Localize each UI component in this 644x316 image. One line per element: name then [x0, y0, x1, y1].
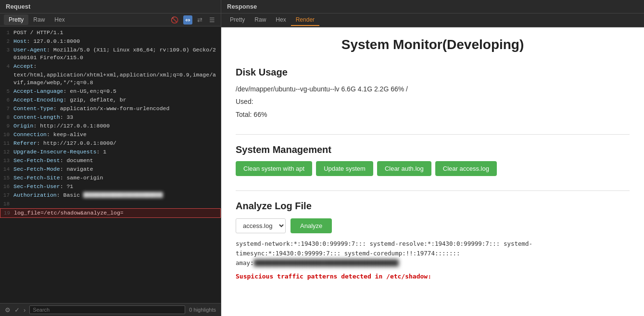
- clean-system-apt-button[interactable]: Clean system with apt: [236, 161, 312, 176]
- log-file-select[interactable]: access.log auth.log syslog: [236, 218, 286, 233]
- code-line-10: 10 Connection: keep-alive: [0, 130, 221, 139]
- tab-raw-request[interactable]: Raw: [28, 14, 50, 25]
- code-line-13: 13 Sec-Fetch-Dest: document: [0, 156, 221, 165]
- request-tab-bar: Pretty Raw Hex 🚫 ⇔ ⇄ ☰: [0, 13, 221, 26]
- clear-auth-log-button[interactable]: Clear auth.log: [377, 161, 431, 176]
- arrows-icon[interactable]: ⇄: [195, 15, 204, 25]
- right-arrow-icon[interactable]: ›: [24, 306, 25, 314]
- analyze-log-section: Analyze Log File access.log auth.log sys…: [236, 201, 630, 282]
- system-management-section: System Management Clean system with apt …: [236, 144, 630, 176]
- log-output-line2: amay:███████████████████████████████████…: [236, 258, 630, 268]
- update-system-button[interactable]: Update system: [316, 161, 373, 176]
- code-line-12: 12 Upgrade-Insecure-Requests: 1: [0, 148, 221, 156]
- disk-used-label: Used:: [236, 96, 630, 107]
- disk-usage-title: Disk Usage: [236, 67, 630, 78]
- code-line-4: 4 Accept:: [0, 62, 221, 71]
- management-button-group: Clean system with apt Update system Clea…: [236, 161, 630, 176]
- tab-hex-response[interactable]: Hex: [271, 14, 290, 26]
- search-input[interactable]: [29, 305, 185, 314]
- settings-icon[interactable]: ⚙: [5, 306, 11, 314]
- request-panel-title: Request: [0, 0, 221, 13]
- tab-raw-response[interactable]: Raw: [250, 14, 271, 26]
- menu-icon[interactable]: ☰: [207, 15, 217, 25]
- request-bottom-bar: ⚙ ✓ › 0 highlights: [0, 303, 221, 316]
- suspicious-traffic-warning: Suspicious traffic patterns detected in …: [236, 272, 630, 282]
- code-line-6: 6 Accept-Encoding: gzip, deflate, br: [0, 96, 221, 104]
- request-toolbar-icons: 🚫 ⇔ ⇄ ☰: [169, 15, 217, 25]
- code-line-9: 9 Origin: http://127.0.0.1:8000: [0, 122, 221, 130]
- clear-access-log-button[interactable]: Clear access.log: [435, 161, 497, 176]
- eye-slash-icon[interactable]: 🚫: [169, 15, 180, 25]
- code-line-17: 17 Authorization: Basic ████████████████…: [0, 191, 221, 200]
- highlight-count: 0 highlights: [189, 307, 216, 313]
- code-line-1: 1 POST / HTTP/1.1: [0, 28, 221, 37]
- code-line-11: 11 Referer: http://127.0.0.1:8000/: [0, 139, 221, 148]
- code-line-4b: text/html,application/xhtml+xml,applicat…: [0, 71, 221, 87]
- analyze-log-title: Analyze Log File: [236, 201, 630, 212]
- code-line-14: 14 Sec-Fetch-Mode: navigate: [0, 165, 221, 174]
- tab-pretty-response[interactable]: Pretty: [225, 14, 250, 26]
- code-line-5: 5 Accept-Language: en-US,en;q=0.5: [0, 87, 221, 96]
- code-line-2: 2 Host: 127.0.0.1:8000: [0, 37, 221, 46]
- tab-pretty-request[interactable]: Pretty: [4, 14, 28, 25]
- code-line-7: 7 Content-Type: application/x-www-form-u…: [0, 104, 221, 113]
- blurred-content: ████████████████████████████████████████: [254, 258, 399, 268]
- system-management-title: System Management: [236, 144, 630, 155]
- request-panel: Request Pretty Raw Hex 🚫 ⇔ ⇄ ☰ 1 POST / …: [0, 0, 221, 316]
- log-output: systemd-network:*:19430:0:99999:7::: sys…: [236, 239, 630, 282]
- code-line-18: 18: [0, 200, 221, 208]
- divider-2: [236, 190, 630, 191]
- tab-hex-request[interactable]: Hex: [50, 14, 69, 25]
- code-line-16: 16 Sec-Fetch-User: ?1: [0, 182, 221, 191]
- page-title: System Monitor(Developing): [236, 37, 630, 52]
- response-render-content: System Monitor(Developing) Disk Usage /d…: [221, 27, 644, 316]
- response-tab-bar: Pretty Raw Hex Render: [221, 13, 644, 27]
- code-line-3: 3 User-Agent: Mozilla/5.0 (X11; Linux x8…: [0, 46, 221, 62]
- request-code-area: 1 POST / HTTP/1.1 2 Host: 127.0.0.1:8000…: [0, 26, 221, 303]
- divider-1: [236, 134, 630, 135]
- check-icon[interactable]: ✓: [14, 306, 20, 314]
- code-line-8: 8 Content-Length: 33: [0, 113, 221, 122]
- response-panel: Response Pretty Raw Hex Render System Mo…: [221, 0, 644, 316]
- analyze-controls: access.log auth.log syslog Analyze: [236, 218, 630, 233]
- code-line-19: 19 log_file=/etc/shadow&analyze_log=: [0, 208, 221, 218]
- disk-device-info: /dev/mapper/ubuntu--vg-ubuntu--lv 6.6G 4…: [236, 84, 630, 94]
- tab-render-response[interactable]: Render: [291, 14, 319, 26]
- wrap-icon[interactable]: ⇔: [183, 15, 192, 25]
- disk-total-label: Total: 66%: [236, 109, 630, 120]
- analyze-button[interactable]: Analyze: [290, 218, 332, 233]
- disk-usage-section: Disk Usage /dev/mapper/ubuntu--vg-ubuntu…: [236, 67, 630, 120]
- code-line-15: 15 Sec-Fetch-Site: same-origin: [0, 174, 221, 182]
- response-panel-title: Response: [221, 0, 644, 13]
- log-output-line1: systemd-network:*:19430:0:99999:7::: sys…: [236, 239, 630, 258]
